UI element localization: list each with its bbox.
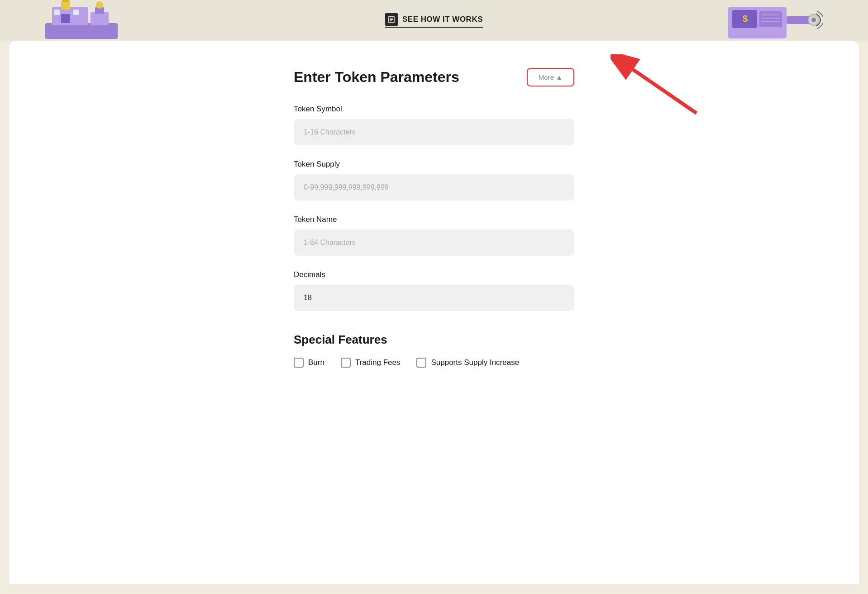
token-supply-label: Token Supply xyxy=(294,160,574,169)
right-illustration: $ xyxy=(723,0,823,43)
svg-rect-17 xyxy=(759,11,782,27)
burn-label: Burn xyxy=(308,358,324,367)
svg-point-23 xyxy=(811,18,816,22)
svg-rect-5 xyxy=(54,10,60,15)
svg-text:$: $ xyxy=(743,14,748,24)
token-supply-input[interactable] xyxy=(294,174,574,201)
svg-line-25 xyxy=(624,63,696,113)
form-container: Enter Token Parameters More ▲ xyxy=(276,68,592,368)
top-banner: SEE HOW IT WORKS $ xyxy=(0,0,868,41)
token-symbol-group: Token Symbol xyxy=(294,105,574,145)
arrow-annotation xyxy=(610,54,701,118)
more-button[interactable]: More ▲ xyxy=(527,68,574,86)
form-header: Enter Token Parameters More ▲ xyxy=(294,68,574,86)
trading-fees-checkbox[interactable] xyxy=(341,358,351,368)
decimals-label: Decimals xyxy=(294,270,574,279)
trading-fees-checkbox-item[interactable]: Trading Fees xyxy=(341,358,401,368)
token-supply-group: Token Supply xyxy=(294,160,574,201)
decimals-group: Decimals xyxy=(294,270,574,311)
token-name-input[interactable] xyxy=(294,230,574,256)
doc-icon xyxy=(385,13,398,26)
special-features-section: Special Features Burn Trading Fees Suppo… xyxy=(294,333,574,368)
left-illustration xyxy=(36,0,127,41)
supply-increase-checkbox-item[interactable]: Supports Supply Increase xyxy=(416,358,519,368)
checkboxes-row: Burn Trading Fees Supports Supply Increa… xyxy=(294,358,574,368)
decimals-input[interactable] xyxy=(294,285,574,311)
see-how-link[interactable]: SEE HOW IT WORKS xyxy=(385,13,483,28)
special-features-title: Special Features xyxy=(294,333,574,347)
more-button-label: More ▲ xyxy=(539,73,563,81)
svg-point-9 xyxy=(96,1,103,9)
form-title: Enter Token Parameters xyxy=(294,69,459,86)
token-name-label: Token Name xyxy=(294,215,574,224)
svg-rect-0 xyxy=(45,23,118,39)
main-content: Enter Token Parameters More ▲ xyxy=(9,41,859,584)
burn-checkbox[interactable] xyxy=(294,358,304,368)
svg-rect-4 xyxy=(61,14,70,23)
supply-increase-label: Supports Supply Increase xyxy=(431,358,519,367)
token-name-group: Token Name xyxy=(294,215,574,256)
trading-fees-label: Trading Fees xyxy=(355,358,401,367)
see-how-label: SEE HOW IT WORKS xyxy=(402,15,483,24)
svg-rect-3 xyxy=(62,0,69,2)
token-symbol-input[interactable] xyxy=(294,119,574,145)
token-symbol-label: Token Symbol xyxy=(294,105,574,114)
burn-checkbox-item[interactable]: Burn xyxy=(294,358,324,368)
svg-rect-6 xyxy=(73,10,79,15)
supply-increase-checkbox[interactable] xyxy=(416,358,426,368)
